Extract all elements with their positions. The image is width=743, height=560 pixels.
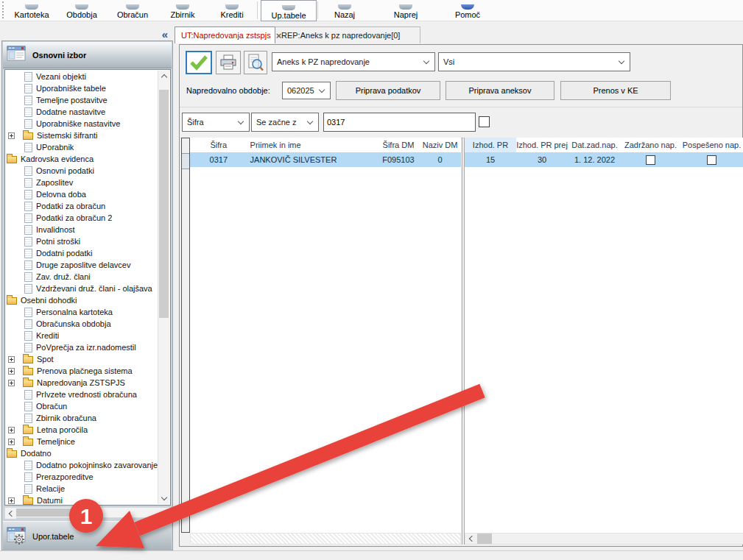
tree-item[interactable]: Podatki za obračun <box>5 200 158 212</box>
grid-column-header[interactable]: Šifra DM <box>378 138 420 152</box>
tree-item[interactable]: Uporabniške nastavitve <box>5 118 158 130</box>
tree-item[interactable]: Osnovni podatki <box>5 165 158 177</box>
tree-item[interactable]: Osebni dohodki <box>5 294 158 306</box>
tab-rep-aneks[interactable]: REP:Aneks k pz napredovanje[0] <box>275 26 420 43</box>
filter-operator-select[interactable]: Se začne z <box>251 113 319 132</box>
toolbar-item-nazaj[interactable]: Nazaj <box>320 0 370 20</box>
grid-cell[interactable]: 15 <box>465 152 516 167</box>
toolbar-item-up-tabele[interactable]: Up.tabele <box>261 0 317 21</box>
tree-item[interactable]: Personalna kartoteka <box>5 306 158 318</box>
grid-cell[interactable]: 1. 12. 2022 <box>568 152 621 167</box>
expand-plus-icon[interactable] <box>8 368 15 375</box>
expand-plus-icon[interactable] <box>8 439 15 445</box>
tree-item[interactable]: Zbirnik obračuna <box>5 412 158 424</box>
tree-item[interactable]: Prenova plačnega sistema <box>5 365 158 377</box>
toolbar-drag-handle[interactable] <box>2 1 4 18</box>
sidebar-collapse-button[interactable]: « <box>157 29 173 41</box>
tree-item[interactable]: Sistemski šifranti <box>5 130 158 141</box>
tree-item[interactable]: Prerazporeditve <box>5 471 158 483</box>
tree-item[interactable]: Vezani objekti <box>5 71 158 82</box>
expand-plus-icon[interactable] <box>8 132 15 139</box>
grid-cell[interactable]: 30 <box>516 152 568 167</box>
grid-cell[interactable] <box>680 152 743 167</box>
scroll-left-button[interactable] <box>465 534 477 544</box>
scrollbar-thumb[interactable] <box>477 534 492 544</box>
prenos-v-ke-button[interactable]: Prenos v KE <box>560 81 671 100</box>
close-icon[interactable]: × <box>276 32 282 40</box>
tree-item[interactable]: Delovna doba <box>5 188 158 200</box>
grid-cell[interactable]: 0317 <box>190 152 247 167</box>
tree-item[interactable]: Zaposlitev <box>5 177 158 188</box>
expand-plus-icon[interactable] <box>8 380 15 386</box>
tree-item[interactable]: Letna poročila <box>5 424 158 436</box>
tree-item[interactable]: Potni stroški <box>5 235 158 247</box>
tree-item[interactable]: Dodatno pokojninsko zavarovanje <box>5 459 158 471</box>
row-checkbox[interactable] <box>646 155 655 165</box>
row-checkbox[interactable] <box>707 155 716 165</box>
scroll-down-button[interactable] <box>158 493 169 504</box>
grid-column-header[interactable]: Šifra <box>190 138 247 152</box>
sidebar-item-upor-tabele[interactable]: Upor.tabele <box>3 521 172 550</box>
tree-item[interactable]: Krediti <box>5 330 158 341</box>
grid-row-selector-column[interactable] <box>181 138 190 533</box>
tab-ut-napredovanja[interactable]: UT:Napredovanja zstspjs × <box>175 26 275 43</box>
toolbar-item-kartoteka[interactable]: Kartoteka <box>7 0 57 20</box>
grid-cell[interactable] <box>621 152 680 167</box>
grid-cell[interactable]: JANKOVIČ SILVESTER <box>247 152 378 167</box>
tree-item[interactable]: Zav. druž. člani <box>5 271 158 283</box>
priprava-podatkov-button[interactable]: Priprava podatkov <box>336 81 440 100</box>
grid-column-header[interactable]: Pospešeno nap. <box>680 138 743 152</box>
tree-item[interactable]: PrIvzete vrednosti obračuna <box>5 389 158 400</box>
grid-column-header[interactable]: Zadržano nap. <box>621 138 680 152</box>
tree-horizontal-scrollbar[interactable] <box>4 507 171 518</box>
grid-column-header[interactable]: Dat.zad.nap. <box>568 138 621 152</box>
report-select[interactable]: Aneks k PZ napredovanje <box>272 52 435 71</box>
toolbar-item-zbirnik[interactable]: Zbirnik <box>158 0 208 20</box>
grid-column-header[interactable]: Izhod. PR prej <box>516 138 568 152</box>
tree-item[interactable]: Temeljne postavitve <box>5 94 158 106</box>
grid-horizontal-scrollbar[interactable] <box>465 533 743 545</box>
tree-item[interactable]: Obračunska obdobja <box>5 318 158 330</box>
grid-row[interactable]: 15301. 12. 2022 <box>465 152 743 167</box>
tree-item[interactable]: Dodatne nastavitve <box>5 106 158 118</box>
expand-plus-icon[interactable] <box>8 356 15 363</box>
tree-item[interactable]: Temeljnice <box>5 436 158 447</box>
tree-item[interactable]: Vzdrževani druž. člani - olajšava <box>5 283 158 294</box>
tree-item[interactable]: Kadrovska evidenca <box>5 153 158 165</box>
toolbar-item-obdobja[interactable]: Obdobja <box>57 0 107 20</box>
scrollbar-thumb[interactable] <box>159 90 169 318</box>
print-button[interactable] <box>216 51 241 74</box>
tree-item[interactable]: Datumi <box>5 495 158 506</box>
grid-column-header[interactable]: Naziv DM <box>419 138 461 152</box>
grid-column-header[interactable]: Izhod. PR <box>465 138 516 152</box>
tree-item[interactable]: Obračun <box>5 400 158 412</box>
priprava-aneksov-button[interactable]: Priprava aneksov <box>446 81 554 100</box>
scrollbar-thumb[interactable] <box>16 508 91 517</box>
scroll-left-button[interactable] <box>5 508 16 519</box>
grid-cell[interactable]: F095103 <box>378 152 420 167</box>
scope-select[interactable]: Vsi <box>438 52 630 71</box>
toolbar-item-obra-un[interactable]: Obračun <box>108 0 158 20</box>
filter-value-input[interactable] <box>323 113 476 132</box>
tree-item[interactable]: Invalidnost <box>5 224 158 235</box>
tree-item[interactable]: Druge zaposlitve delavcev <box>5 259 158 271</box>
tree-item[interactable]: Dodatni podatki <box>5 247 158 259</box>
expand-plus-icon[interactable] <box>8 427 15 433</box>
filter-checkbox[interactable] <box>479 116 490 127</box>
toolbar-item-pomo-[interactable]: Pomoč <box>443 0 493 20</box>
tree-item[interactable]: PoVprečja za izr.nadomestil <box>5 341 158 353</box>
tree-item[interactable]: Uporabniške tabele <box>5 82 158 94</box>
expand-plus-icon[interactable] <box>8 497 15 504</box>
tree-item[interactable]: Podatki za obračun 2 <box>5 212 158 224</box>
tree-item[interactable]: Napredovanja ZSTSPJS <box>5 377 158 389</box>
grid-row[interactable]: 0317JANKOVIČ SILVESTERF0951030 <box>190 152 461 167</box>
tree-vertical-scrollbar[interactable] <box>158 71 169 504</box>
period-select[interactable]: 062025 <box>282 82 331 99</box>
confirm-button[interactable] <box>186 51 212 74</box>
grid-column-header[interactable]: Priimek in ime <box>247 138 378 152</box>
grid-cell[interactable]: 0 <box>419 152 461 167</box>
toolbar-item-krediti[interactable]: Krediti <box>207 0 257 20</box>
tree-item[interactable]: Spot <box>5 353 158 365</box>
tree-item[interactable]: UPorabnik <box>5 141 158 153</box>
tree-item[interactable]: Dodatno <box>5 447 158 459</box>
